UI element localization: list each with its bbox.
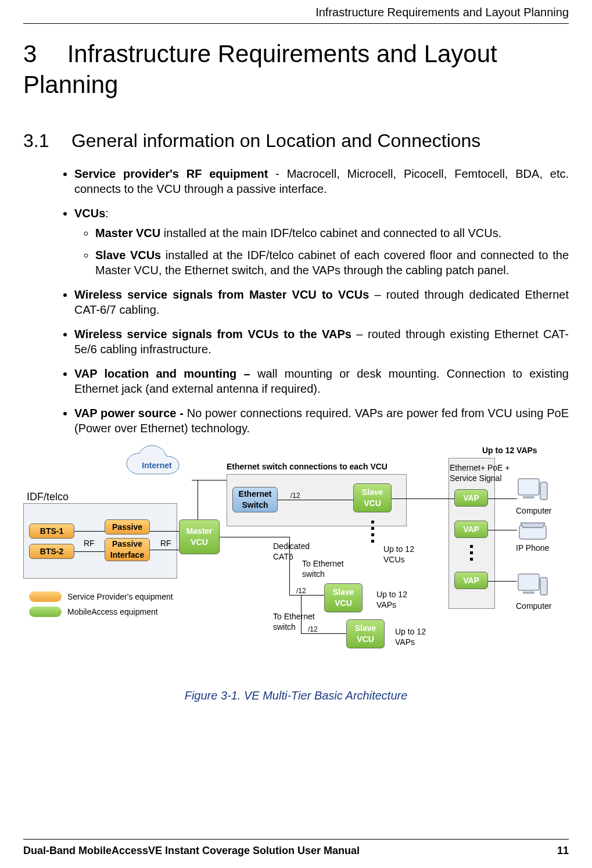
up12-vcus-label: Up to 12 VCUs — [383, 544, 424, 565]
footer-rule — [23, 839, 569, 840]
vap-box: VAP — [454, 572, 488, 589]
rf-label-2: RF — [160, 538, 171, 548]
svg-rect-1 — [540, 482, 547, 500]
legend-sp-label: Service Provider's equipment — [67, 591, 173, 602]
svg-rect-0 — [518, 479, 539, 495]
figure-caption: Figure 3-1. VE Multi-Tier Basic Architec… — [23, 688, 569, 703]
up12-vaps-label-2: Up to 12 VAPs — [395, 626, 436, 647]
architecture-diagram: Internet IDF/telco BTS-1 BTS-2 Passive P… — [23, 445, 569, 677]
slash12-label: /12 — [290, 492, 300, 501]
header-rule — [23, 23, 569, 24]
eth-switch-conn-label: Ethernet switch connections to each VCU — [227, 461, 388, 472]
vap-box: VAP — [454, 521, 488, 538]
slave-vcu-box: Slave VCU — [324, 583, 363, 612]
to-eth-switch-label-2: To Ethernet switch — [273, 611, 325, 632]
chapter-heading: 3 Infrastructure Requirements and Layout… — [23, 39, 569, 100]
idf-group — [23, 503, 177, 579]
bts1-box: BTS-1 — [29, 523, 74, 539]
running-header: Infrastructure Requirements and Layout P… — [23, 5, 569, 22]
idf-label: IDF/telco — [27, 490, 69, 504]
list-item: VCUs: Master VCU installed at the main I… — [74, 206, 569, 278]
svg-rect-2 — [523, 496, 534, 498]
passive-box: Passive — [105, 519, 150, 535]
computer-icon — [517, 573, 548, 600]
svg-rect-6 — [523, 591, 534, 594]
footer-manual-title: Dual-Band MobileAccessVE Instant Coverag… — [23, 844, 360, 858]
master-vcu-box: Master VCU — [179, 519, 220, 554]
bts2-box: BTS-2 — [29, 544, 74, 559]
bullet-content: Service provider's RF equipment - Macroc… — [23, 166, 569, 436]
list-item: VAP location and mounting – wall mountin… — [74, 366, 569, 396]
legend-ma-label: MobileAccess equipment — [67, 607, 158, 617]
section-heading: 3.1 General information on Location and … — [23, 129, 569, 153]
footer-page-number: 11 — [557, 844, 569, 858]
vap-box: VAP — [454, 489, 488, 507]
slave-vcu-box: Slave VCU — [346, 619, 385, 648]
list-item: Slave VCUs installed at the IDF/telco ca… — [95, 248, 569, 278]
phone-icon — [517, 519, 548, 543]
slave-vcu-box: Slave VCU — [353, 483, 392, 512]
section-number: 3.1 — [23, 129, 66, 153]
svg-rect-4 — [518, 574, 539, 590]
up12-vaps-header: Up to 12 VAPs — [482, 445, 537, 455]
to-eth-switch-label-1: To Ethernet switch — [302, 558, 354, 579]
list-item: Wireless service signals from Master VCU… — [74, 287, 569, 317]
ip-phone-label: IP Phone — [516, 543, 549, 553]
eth-switch-box: Ethernet Switch — [232, 487, 278, 512]
computer-label-1: Computer — [516, 505, 551, 516]
list-item: Wireless service signals from VCUs to th… — [74, 327, 569, 357]
computer-icon — [517, 478, 548, 504]
section-title: General information on Location and Conn… — [71, 130, 480, 151]
up12-vaps-label-1: Up to 12 VAPs — [376, 589, 417, 610]
list-item: VAP power source - No power connections … — [74, 406, 569, 436]
computer-label-2: Computer — [516, 601, 551, 611]
legend-ma-chip — [29, 607, 62, 617]
rf-label-1: RF — [84, 538, 95, 548]
legend-sp-chip — [29, 591, 62, 602]
list-item: Service provider's RF equipment - Macroc… — [74, 166, 569, 196]
chapter-title: Infrastructure Requirements and Layout P… — [23, 40, 497, 98]
list-item: Master VCU installed at the main IDF/tel… — [95, 225, 569, 241]
internet-cloud-icon: Internet — [122, 445, 192, 486]
chapter-number: 3 — [23, 39, 60, 70]
svg-rect-5 — [540, 578, 547, 595]
passive-if-box: Passive Interface — [105, 538, 150, 561]
